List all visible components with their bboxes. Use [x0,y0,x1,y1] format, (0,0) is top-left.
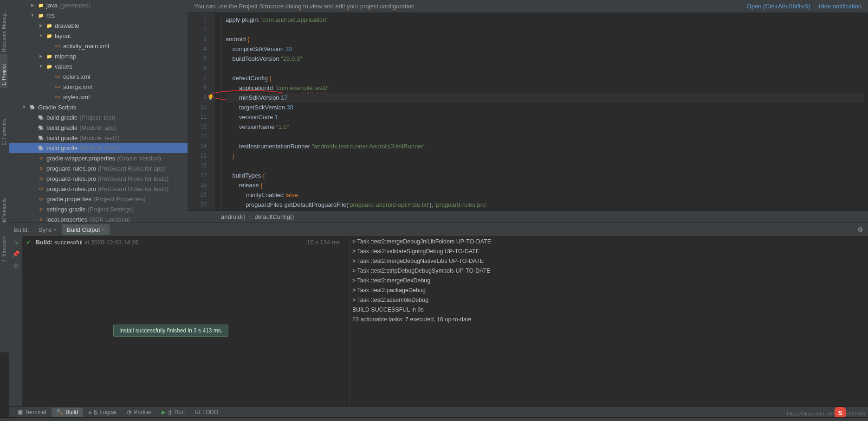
breadcrumb-a[interactable]: android{} [221,213,245,220]
tree-item-gradle-scripts[interactable]: ▼🐘Gradle Scripts [9,102,188,112]
btn-todo[interactable]: ☑TODO [190,408,223,417]
build-status-result: successful [54,239,83,246]
folder-icon: 📁 [37,12,45,19]
code-body[interactable]: 改版本为17 apply plugin: 'com.android.applic… [222,13,868,210]
hammer-icon: 🔨 [56,409,63,415]
strip-favorites[interactable]: 2: Favorites [0,110,7,147]
btn-logcat[interactable]: ≡6: Logcat [84,408,121,417]
project-tree[interactable]: ▶📁java(generated)▼📁res▶📁drawable▼📁layout… [9,0,188,223]
code-line[interactable]: android { [226,34,864,44]
btn-terminal[interactable]: ▣Terminal [13,408,51,417]
strip-structure[interactable]: 7: Structure [0,227,7,264]
gear-icon[interactable]: ⚙ [857,226,863,233]
tree-item-res[interactable]: ▼📁res [9,10,188,20]
tree-item-build-gradle[interactable]: 🐘build.gradle(Module: app) [9,122,188,133]
code-line[interactable] [226,161,864,171]
tree-item-local-properties[interactable]: ⚙local.properties(SDK Location) [9,214,188,223]
tree-item-values[interactable]: ▼📁values [9,61,188,71]
tree-item-build-gradle[interactable]: 🐘build.gradle(Project: test) [9,112,188,122]
tree-arrow-icon[interactable]: ▶ [38,23,44,28]
breadcrumb[interactable]: android{} › defaultConfig{} [188,210,868,223]
tab-sync[interactable]: Sync× [34,224,61,235]
code-line[interactable]: minifyEnabled false [226,190,864,200]
btn-build[interactable]: 🔨Build [52,408,83,417]
tree-item-layout[interactable]: ▼📁layout [9,31,188,41]
tree-label: build.gradle [46,124,78,131]
tree-label: local.properties [46,216,87,223]
code-editor[interactable]: 123456789💡1011121314151617181920 改版本为17 … [188,13,868,210]
breadcrumb-b[interactable]: defaultConfig{} [254,213,294,220]
tree-arrow-icon[interactable]: ▼ [30,13,35,18]
notice-open-link[interactable]: Open (Ctrl+Alt+Shift+S) [747,3,810,10]
notice-hide-link[interactable]: Hide notification [819,3,862,10]
props-icon: ⚙ [37,175,45,182]
tree-item-strings-xml[interactable]: <>strings.xml [9,82,188,92]
btn-profiler[interactable]: ◔Profiler [122,408,156,417]
tree-item-proguard-rules-pro[interactable]: ⚙proguard-rules.pro(ProGuard Rules for t… [9,173,188,184]
code-line[interactable]: } [226,151,864,161]
close-icon[interactable]: × [102,227,104,232]
tree-arrow-icon[interactable]: ▶ [38,54,44,58]
code-line[interactable]: testInstrumentationRunner "androidx.test… [226,141,864,151]
btn-run[interactable]: ▶4: Run [157,408,189,417]
code-line[interactable] [226,64,864,73]
close-icon[interactable]: × [53,227,56,232]
tree-item-build-gradle[interactable]: 🐘build.gradle(Module: test1) [9,133,188,143]
code-line[interactable]: buildTypes { [226,171,864,180]
code-line[interactable]: targetSdkVersion 30 [226,102,864,112]
output-line: BUILD SUCCESSFUL in 9s [352,305,865,315]
build-tool-strip: ↘ 📌 ◎ [9,236,22,408]
xml-icon: <> [54,43,61,49]
tree-arrow-icon[interactable]: ▶ [30,3,35,7]
code-line[interactable]: compileSdkVersion 30 [226,44,864,54]
tree-hint: (Module: app) [79,124,117,131]
tree-item-gradle-properties[interactable]: ⚙gradle.properties(Project Properties) [9,194,188,204]
code-line[interactable] [226,25,864,34]
tree-item-build-gradle[interactable]: 🐘build.gradle(Module: test2) [9,143,188,153]
tree-item-gradle-wrapper-properties[interactable]: ⚙gradle-wrapper.properties(Gradle Versio… [9,153,188,163]
tree-item-mipmap[interactable]: ▶📁mipmap [9,51,188,61]
strip-resource-manager[interactable]: Resource Manag... [0,1,7,54]
xml-icon: <> [54,94,61,100]
output-line: > Task :test2:assembleDebug [352,295,865,305]
tree-label: build.gradle [46,114,78,121]
strip-project[interactable]: 1: Project [0,54,7,88]
tree-item-proguard-rules-pro[interactable]: ⚙proguard-rules.pro(ProGuard Rules for t… [9,184,188,194]
code-line[interactable] [226,132,864,141]
code-line[interactable]: minSdkVersion 17 [226,93,864,102]
code-line[interactable]: defaultConfig { [226,73,864,83]
build-panel: Build: Sync× Build Output× ⚙ ↘ 📌 ◎ ✔ Bui… [9,223,868,408]
pin-icon[interactable]: 📌 [12,250,19,257]
tree-item-activity-main-xml[interactable]: <>activity_main.xml [9,41,188,51]
props-icon: ⚙ [37,206,45,212]
tree-arrow-icon[interactable]: ▼ [21,105,27,109]
target-icon[interactable]: ◎ [13,262,19,269]
code-line[interactable]: applicationId "com.example.test2" [226,83,864,93]
build-status-text: Build: [36,239,54,246]
tree-item-settings-gradle[interactable]: ⚙settings.gradle(Project Settings) [9,204,188,214]
code-line[interactable]: versionCode 1 [226,112,864,122]
fold-column[interactable] [215,13,222,210]
tree-label: Gradle Scripts [38,104,76,111]
code-line[interactable]: release { [226,180,864,190]
tree-arrow-icon[interactable]: ▼ [38,64,44,69]
tree-hint: (generated) [59,2,91,9]
app-badge[interactable]: S [835,407,846,418]
rerun-icon[interactable]: ↘ [13,239,19,246]
code-line[interactable]: buildToolsVersion "29.0.3" [226,54,864,64]
tree-item-java[interactable]: ▶📁java(generated) [9,0,188,10]
tab-build-output[interactable]: Build Output× [62,224,110,235]
code-line[interactable]: versionName "1.0" [226,122,864,132]
bulb-icon[interactable]: 💡 [207,93,214,102]
tree-item-colors-xml[interactable]: <>colors.xml [9,71,188,82]
tree-item-styles-xml[interactable]: <>styles.xml [9,92,188,102]
gradle-icon: 🐘 [37,114,45,121]
folder-icon: 📁 [45,22,53,29]
build-output[interactable]: > Task :test2:mergeDebugJniLibFolders UP… [349,236,868,408]
tree-item-proguard-rules-pro[interactable]: ⚙proguard-rules.pro(ProGuard Rules for a… [9,163,188,173]
tree-arrow-icon[interactable]: ▼ [38,33,44,38]
tree-item-drawable[interactable]: ▶📁drawable [9,20,188,31]
gradle-icon: 🐘 [37,124,45,131]
code-line[interactable]: proguardFiles getDefaultProguardFile('pr… [226,200,864,210]
code-line[interactable]: apply plugin: 'com.android.application' [226,15,864,25]
